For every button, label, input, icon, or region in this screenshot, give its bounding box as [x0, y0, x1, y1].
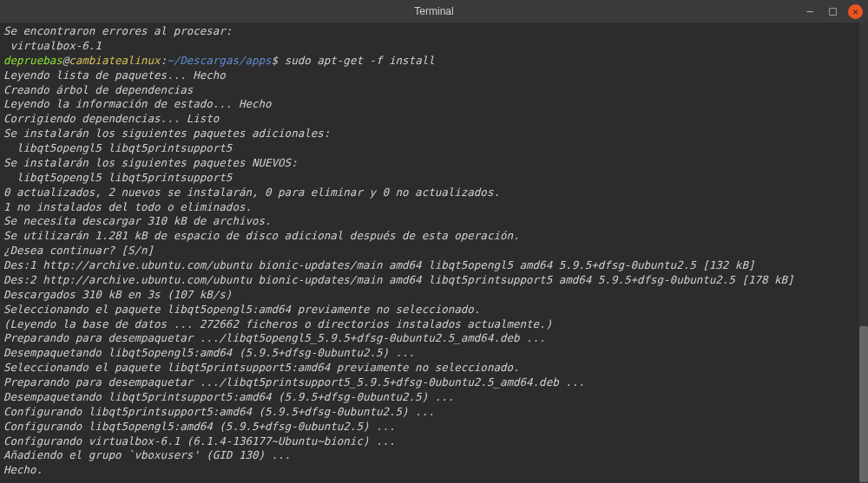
output-line: Descargados 310 kB en 3s (107 kB/s) [3, 288, 865, 303]
output-line: libqt5opengl5 libqt5printsupport5 [3, 141, 865, 156]
output-line: Hecho. [3, 463, 865, 478]
prompt-line: depruebas@cambiatealinux:~/Descargas/app… [3, 54, 865, 69]
output-line: Se utilizarán 1.281 kB de espacio de dis… [3, 229, 865, 244]
output-line: Seleccionando el paquete libqt5opengl5:a… [3, 303, 865, 317]
output-line: libqt5opengl5 libqt5printsupport5 [3, 171, 865, 186]
window-controls: – ✕ [803, 4, 863, 19]
blank-line [3, 478, 865, 483]
prompt-path: ~/Descargas/apps [167, 54, 271, 67]
output-line: Se necesita descargar 310 kB de archivos… [3, 214, 865, 229]
close-icon[interactable]: ✕ [848, 4, 863, 19]
command-text: sudo apt-get -f install [278, 54, 435, 67]
output-line: Añadiendo el grupo `vboxusers' (GID 130)… [3, 448, 865, 463]
output-line: Se encontraron errores al procesar: [3, 24, 865, 39]
output-line: 1 no instalados del todo o eliminados. [3, 200, 865, 215]
output-line: Leyendo lista de paquetes... Hecho [3, 69, 865, 83]
output-line: virtualbox-6.1 [3, 39, 865, 54]
prompt-host: cambiatealinux [69, 54, 160, 67]
output-line: Creando árbol de dependencias [3, 83, 865, 98]
output-line: Se instalarán los siguientes paquetes NU… [3, 156, 865, 171]
prompt-dollar: $ [272, 54, 279, 67]
output-line: Configurando libqt5printsupport5:amd64 (… [3, 405, 865, 420]
output-line: Preparando para desempaquetar .../libqt5… [3, 375, 865, 390]
output-line: Se instalarán los siguientes paquetes ad… [3, 127, 865, 141]
terminal-body[interactable]: Se encontraron errores al procesar: virt… [0, 23, 868, 483]
output-line: Preparando para desempaquetar .../libqt5… [3, 331, 865, 346]
output-line: ¿Desea continuar? [S/n] [3, 244, 865, 258]
output-line: (Leyendo la base de datos ... 272662 fic… [3, 317, 865, 332]
titlebar: Terminal – ✕ [0, 0, 868, 23]
output-line: Configurando virtualbox-6.1 (6.1.4-13617… [3, 434, 865, 449]
output-line: Desempaquetando libqt5opengl5:amd64 (5.9… [3, 346, 865, 361]
output-line: Des:1 http://archive.ubuntu.com/ubuntu b… [3, 258, 865, 273]
output-line: Corrigiendo dependencias... Listo [3, 112, 865, 127]
output-line: Des:2 http://archive.ubuntu.com/ubuntu b… [3, 273, 865, 288]
minimize-icon[interactable]: – [803, 4, 817, 18]
prompt-user: depruebas [3, 54, 62, 67]
scrollbar[interactable] [859, 23, 868, 483]
output-line: Configurando libqt5opengl5:amd64 (5.9.5+… [3, 420, 865, 434]
maximize-icon[interactable] [825, 4, 839, 18]
output-line: Leyendo la información de estado... Hech… [3, 97, 865, 112]
output-line: Desempaquetando libqt5printsupport5:amd6… [3, 390, 865, 405]
window-title: Terminal [414, 5, 453, 17]
output-line: 0 actualizados, 2 nuevos se instalarán, … [3, 186, 865, 200]
output-line: Seleccionando el paquete libqt5printsupp… [3, 361, 865, 375]
scroll-thumb[interactable] [859, 326, 868, 482]
